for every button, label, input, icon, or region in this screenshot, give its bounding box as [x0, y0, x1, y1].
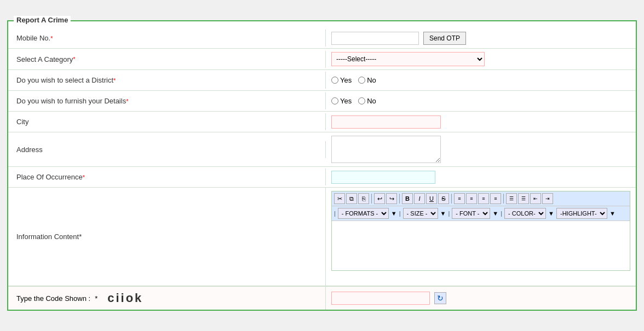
furnish-row: Do you wish to furnish your Details* Yes… [8, 91, 636, 112]
furnish-control-area: Yes No [326, 94, 636, 108]
refresh-captcha-icon[interactable]: ↻ [434, 292, 446, 304]
toolbar-sep-pipe3: | [449, 210, 450, 217]
furnish-yes-radio[interactable] [331, 97, 338, 104]
rich-editor: ✂ ⧉ ⎘ ↩ ↪ B I U S ≡ ≡ ≡ ≡ [331, 191, 630, 271]
toolbar-sep-pipe1: | [334, 210, 336, 217]
district-radio-group: Yes No [331, 76, 376, 84]
category-control-area: -----Select----- [326, 49, 636, 69]
size-dropdown[interactable]: - SIZE - [403, 208, 438, 219]
cut-button[interactable]: ✂ [334, 193, 345, 204]
furnish-radio-group: Yes No [331, 97, 376, 105]
toolbar-arrow2: ▼ [440, 210, 446, 217]
toolbar-sep1 [371, 194, 372, 204]
place-label: Place Of Occurrence* [8, 169, 326, 185]
send-otp-button[interactable]: Send OTP [423, 32, 466, 45]
category-select[interactable]: -----Select----- [331, 52, 485, 66]
furnish-no-radio[interactable] [358, 97, 365, 104]
align-right-button[interactable]: ≡ [478, 193, 489, 204]
district-yes-label[interactable]: Yes [331, 76, 352, 84]
toolbar-arrow3: ▼ [492, 210, 498, 217]
furnish-label: Do you wish to furnish your Details* [8, 92, 326, 109]
info-content-row: Information Content* ✂ ⧉ ⎘ ↩ ↪ B I U S [8, 188, 636, 286]
indent-button[interactable]: ⇥ [542, 193, 553, 204]
city-input[interactable] [331, 115, 441, 129]
copy-button[interactable]: ⧉ [346, 193, 357, 204]
address-row: Address [8, 132, 636, 167]
mobile-row: Mobile No.* Send OTP [8, 28, 636, 49]
form-title: Report A Crime [14, 16, 71, 24]
toolbar-sep3 [451, 194, 452, 204]
place-control-area [326, 167, 636, 187]
district-yes-radio[interactable] [331, 77, 338, 84]
bold-button[interactable]: B [402, 193, 413, 204]
toolbar-sep-pipe2: | [399, 210, 401, 217]
redo-button[interactable]: ↪ [386, 193, 397, 204]
editor-content[interactable] [332, 221, 630, 270]
formats-dropdown[interactable]: - FORMATS - [338, 208, 389, 219]
strikethrough-button[interactable]: S [438, 193, 449, 204]
captcha-input[interactable] [331, 292, 430, 305]
align-center-button[interactable]: ≡ [466, 193, 477, 204]
align-left-button[interactable]: ≡ [454, 193, 465, 204]
editor-toolbar-row1: ✂ ⧉ ⎘ ↩ ↪ B I U S ≡ ≡ ≡ ≡ [332, 191, 630, 206]
district-control-area: Yes No [326, 73, 636, 88]
underline-button[interactable]: U [426, 193, 437, 204]
info-content-label: Information Content* [8, 188, 326, 286]
font-dropdown[interactable]: - FONT - [452, 208, 490, 219]
captcha-control-area: ↻ [326, 288, 636, 308]
captcha-code: ciiok [107, 291, 143, 305]
district-label: Do you wish to select a District* [8, 72, 326, 89]
toolbar-sep4 [503, 194, 504, 204]
toolbar-arrow4: ▼ [548, 210, 554, 217]
address-control-area [326, 132, 636, 166]
captcha-row: Type the Code Shown :* ciiok ↻ [8, 286, 636, 310]
district-row: Do you wish to select a District* Yes No [8, 70, 636, 91]
district-no-label[interactable]: No [358, 76, 376, 84]
address-textarea[interactable] [331, 136, 441, 163]
toolbar-sep2 [399, 194, 400, 204]
city-row: City [8, 112, 636, 132]
city-control-area [326, 112, 636, 132]
paste-button[interactable]: ⎘ [358, 193, 369, 204]
place-input[interactable] [331, 171, 435, 184]
category-row: Select A Category* -----Select----- [8, 49, 636, 70]
city-label: City [8, 113, 326, 130]
color-dropdown[interactable]: - COLOR- [504, 208, 546, 219]
district-no-radio[interactable] [358, 77, 365, 84]
mobile-input[interactable] [331, 32, 419, 45]
address-label: Address [8, 141, 326, 158]
info-content-control: ✂ ⧉ ⎘ ↩ ↪ B I U S ≡ ≡ ≡ ≡ [326, 188, 636, 286]
toolbar-arrow1: ▼ [391, 210, 397, 217]
highlight-dropdown[interactable]: -HIGHLIGHT- [556, 208, 607, 219]
toolbar-arrow5: ▼ [610, 210, 616, 217]
align-justify-button[interactable]: ≡ [490, 193, 501, 204]
furnish-yes-label[interactable]: Yes [331, 97, 352, 105]
undo-button[interactable]: ↩ [374, 193, 385, 204]
furnish-no-label[interactable]: No [358, 97, 376, 105]
captcha-label-area: Type the Code Shown :* ciiok [8, 287, 326, 310]
category-label: Select A Category* [8, 51, 326, 68]
outdent-button[interactable]: ⇤ [530, 193, 541, 204]
toolbar-sep-pipe4: | [501, 210, 502, 217]
mobile-control-area: Send OTP [326, 28, 636, 48]
italic-button[interactable]: I [414, 193, 425, 204]
place-row: Place Of Occurrence* [8, 167, 636, 188]
editor-toolbar-row2: | - FORMATS - ▼ | - SIZE - ▼ | - FONT - … [332, 206, 630, 221]
report-crime-form: Report A Crime Mobile No.* Send OTP Sele… [7, 20, 637, 311]
list-unordered-button[interactable]: ☰ [506, 193, 517, 204]
mobile-label: Mobile No.* [8, 30, 326, 47]
list-ordered-button[interactable]: ☰ [518, 193, 529, 204]
